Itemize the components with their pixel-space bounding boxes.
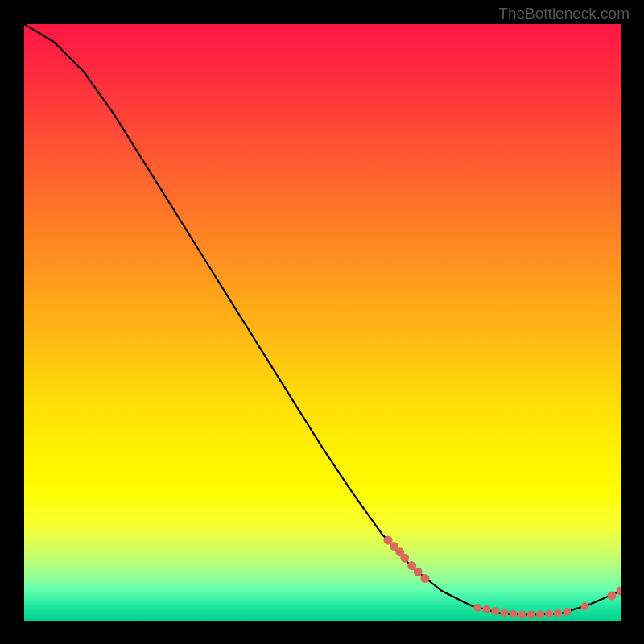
data-marker [518,611,526,619]
data-marker [482,605,490,613]
data-marker [607,591,616,600]
data-marker [617,587,621,596]
data-marker [501,609,509,617]
data-marker [545,610,553,618]
watermark-text: TheBottleneck.com [498,5,630,23]
data-marker [421,574,430,583]
data-marker [563,608,571,616]
data-marker [400,554,409,563]
data-marker [581,602,589,610]
bottleneck-curve [24,24,621,615]
data-marker [536,610,544,618]
data-marker [527,611,535,619]
data-marker [554,609,562,617]
data-marker [473,604,481,612]
data-markers [384,536,621,619]
chart-svg [24,24,621,621]
data-marker [491,607,499,615]
data-marker [510,610,518,618]
chart-plot-area [24,24,621,621]
data-marker [414,568,423,576]
